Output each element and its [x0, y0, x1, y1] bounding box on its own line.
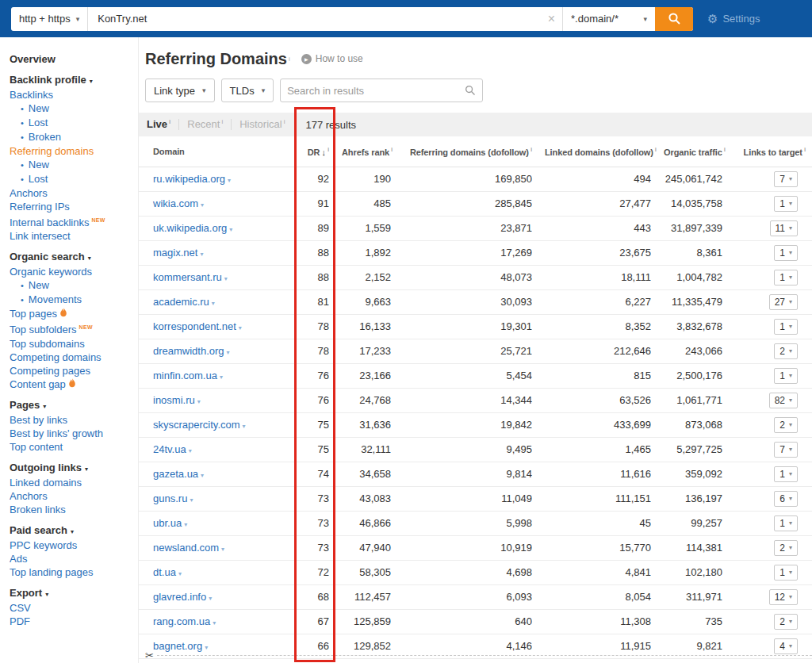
sidebar-item-anchors[interactable]: Anchors: [10, 489, 133, 503]
sidebar-item-link-intersect[interactable]: Link intersect: [10, 229, 133, 243]
tlds-filter[interactable]: TLDs ▾: [221, 79, 274, 102]
mode-select[interactable]: *.domain/* ▾: [562, 7, 655, 31]
sidebar-item-internal-backlinks[interactable]: Internal backlinksNEW: [10, 213, 133, 229]
domain-link[interactable]: korrespondent.net: [153, 320, 236, 332]
sidebar-item-best-by-links[interactable]: Best by links: [10, 413, 133, 427]
results-search-input[interactable]: [281, 85, 458, 97]
sidebar-item-top-landing-pages[interactable]: Top landing pages: [10, 565, 133, 579]
sidebar-item-label: New: [29, 102, 49, 114]
settings-button[interactable]: ⚙ Settings: [707, 12, 760, 26]
search-icon[interactable]: [458, 85, 482, 96]
sidebar-item-new[interactable]: •New: [10, 278, 133, 293]
links-to-target-select[interactable]: 1▾: [774, 368, 798, 384]
links-to-target-select[interactable]: 1▾: [774, 319, 798, 335]
column-header-dr[interactable]: DR↓i: [289, 136, 335, 167]
tab-historical[interactable]: Historicali: [239, 118, 285, 130]
link-type-filter[interactable]: Link type ▾: [145, 79, 215, 102]
sidebar-item-broken[interactable]: •Broken: [10, 130, 133, 144]
links-to-target-select[interactable]: 1▾: [774, 245, 798, 261]
sidebar-item-outgoing-links[interactable]: Outgoing links▾: [10, 461, 133, 476]
domain-link[interactable]: wikia.com: [153, 197, 198, 209]
links-to-target-select[interactable]: 1▾: [774, 565, 798, 581]
sidebar-item-paid-search[interactable]: Paid search▾: [10, 523, 133, 538]
sidebar-item-top-content[interactable]: Top content: [10, 440, 133, 454]
sidebar-item-competing-domains[interactable]: Competing domains: [10, 351, 133, 364]
tab-live[interactable]: Livei: [147, 118, 170, 130]
domain-link[interactable]: uk.wikipedia.org: [153, 222, 227, 234]
sidebar-item-referring-ips[interactable]: Referring IPs: [10, 200, 133, 213]
sidebar-item-top-subfolders[interactable]: Top subfoldersNEW: [10, 320, 133, 336]
sidebar-item-overview[interactable]: Overview: [10, 52, 133, 66]
column-header-links-to-target[interactable]: Links to targeti: [729, 136, 812, 167]
sidebar-item-lost[interactable]: •Lost: [10, 116, 133, 130]
links-to-target-select[interactable]: 2▾: [774, 540, 798, 556]
column-header-domain[interactable]: Domain: [139, 136, 289, 167]
sidebar-item-top-subdomains[interactable]: Top subdomains: [10, 337, 133, 351]
sidebar-item-pages[interactable]: Pages▾: [10, 398, 133, 413]
caret-down-icon: ▾: [197, 398, 201, 405]
column-header-linked-domains-dofollow[interactable]: Linked domains (dofollow)i: [538, 136, 657, 167]
links-to-target-select[interactable]: 11▾: [770, 220, 798, 236]
sidebar-item-new[interactable]: •New: [10, 102, 133, 116]
domain-link[interactable]: minfin.com.ua: [153, 370, 217, 381]
domain-link[interactable]: kommersant.ru: [153, 271, 222, 283]
sidebar-item-ads[interactable]: Ads: [10, 552, 133, 565]
links-to-target-select[interactable]: 1▾: [774, 466, 798, 482]
links-to-target-select[interactable]: 7▾: [774, 171, 798, 187]
links-to-target-select[interactable]: 1▾: [774, 196, 798, 212]
how-to-use-link[interactable]: ▶ How to use: [301, 53, 363, 64]
domain-link[interactable]: rang.com.ua: [153, 615, 210, 627]
sidebar-item-lost[interactable]: •Lost: [10, 172, 133, 186]
links-to-target-select[interactable]: 82▾: [769, 393, 798, 408]
sidebar-item-top-pages[interactable]: Top pages: [10, 307, 133, 320]
sidebar-item-new[interactable]: •New: [10, 158, 133, 172]
sidebar-item-linked-domains[interactable]: Linked domains: [10, 476, 133, 489]
domain-link[interactable]: guns.ru: [153, 492, 187, 504]
sidebar-item-best-by-links-growth[interactable]: Best by links' growth: [10, 427, 133, 440]
column-header-referring-domains-dofollow[interactable]: Referring domains (dofollow)i: [397, 136, 538, 167]
sidebar-item-csv[interactable]: CSV: [10, 601, 133, 615]
column-header-organic-traffic[interactable]: Organic traffici: [657, 136, 729, 167]
links-to-target-select[interactable]: 2▾: [774, 343, 798, 359]
links-to-target-select[interactable]: 27▾: [769, 294, 798, 310]
sidebar-item-content-gap[interactable]: Content gap: [10, 377, 133, 391]
sidebar-item-movements[interactable]: •Movements: [10, 293, 133, 307]
links-to-target-select[interactable]: 2▾: [774, 417, 798, 433]
domain-link[interactable]: glavred.info: [153, 591, 206, 603]
domain-link[interactable]: skyscrapercity.com: [153, 419, 240, 431]
sidebar-item-pdf[interactable]: PDF: [10, 615, 133, 628]
domain-link[interactable]: ru.wikipedia.org: [153, 173, 225, 185]
clear-icon[interactable]: ×: [541, 7, 562, 31]
protocol-select[interactable]: http + https ▾: [11, 7, 88, 31]
search-button[interactable]: [655, 7, 693, 31]
sidebar-item-ppc-keywords[interactable]: PPC keywords: [10, 538, 133, 552]
sidebar-item-backlink-profile[interactable]: Backlink profile▾: [10, 73, 133, 88]
links-to-target-cell: 1▾: [729, 560, 812, 584]
domain-link[interactable]: dreamwidth.org: [153, 345, 224, 357]
links-to-target-select[interactable]: 1▾: [774, 270, 798, 286]
links-to-target-select[interactable]: 2▾: [774, 614, 798, 630]
tab-recent[interactable]: Recenti: [187, 118, 223, 130]
sidebar-item-anchors[interactable]: Anchors: [10, 186, 133, 200]
domain-link[interactable]: inosmi.ru: [153, 394, 195, 406]
sidebar-item-export[interactable]: Export▾: [10, 586, 133, 601]
sidebar-item-referring-domains[interactable]: Referring domains: [10, 144, 133, 158]
sidebar-item-backlinks[interactable]: Backlinks: [10, 88, 133, 102]
domain-link[interactable]: ubr.ua: [153, 517, 182, 529]
domain-link[interactable]: magix.net: [153, 247, 197, 259]
domain-link[interactable]: academic.ru: [153, 296, 209, 308]
sidebar-item-organic-keywords[interactable]: Organic keywords: [10, 265, 133, 278]
links-to-target-select[interactable]: 6▾: [774, 491, 798, 507]
links-to-target-select[interactable]: 1▾: [774, 515, 798, 531]
domain-link[interactable]: dt.ua: [153, 566, 176, 578]
column-header-ahrefs-rank[interactable]: Ahrefs ranki: [335, 136, 397, 167]
sidebar-item-competing-pages[interactable]: Competing pages: [10, 364, 133, 377]
domain-link[interactable]: gazeta.ua: [153, 468, 198, 480]
sidebar-item-broken-links[interactable]: Broken links: [10, 503, 133, 516]
sidebar-item-organic-search[interactable]: Organic search▾: [10, 250, 133, 265]
links-to-target-select[interactable]: 12▾: [769, 589, 798, 605]
domain-link[interactable]: newsland.com: [153, 542, 219, 554]
links-to-target-select[interactable]: 7▾: [774, 442, 798, 458]
url-input[interactable]: [88, 7, 540, 31]
domain-link[interactable]: 24tv.ua: [153, 443, 186, 455]
